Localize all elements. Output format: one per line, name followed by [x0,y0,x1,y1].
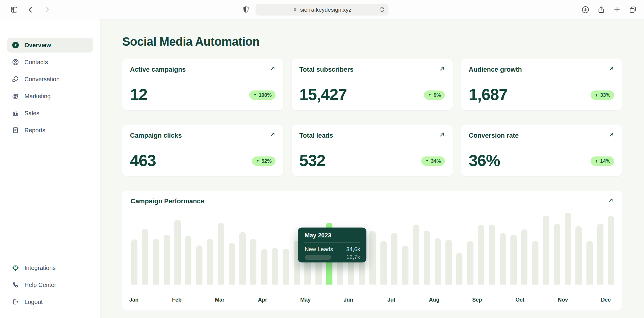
chart-bar[interactable] [467,241,473,285]
arrow-up-right-icon[interactable] [439,65,445,72]
lock-icon [292,7,297,12]
chart-bar[interactable] [196,245,202,285]
arrow-up-right-icon[interactable] [439,131,445,138]
sidebar-item-conversation[interactable]: Conversation [7,72,93,87]
sidebar-item-logout[interactable]: Logout [7,294,93,309]
chart-bar[interactable] [391,233,397,285]
stat-change-badge: 33% [591,90,614,100]
chart-bar[interactable] [174,220,181,285]
chart-bar[interactable] [575,226,582,285]
sidebar-item-label: Marketing [24,93,51,100]
chart-bar[interactable] [153,239,159,285]
chart-bar[interactable] [207,239,213,285]
stat-change-value: 34% [431,158,441,164]
x-axis-label: Nov [558,297,568,303]
sidebar-item-label: Integrations [24,265,56,271]
sidebar-item-sales[interactable]: Sales [7,106,93,121]
chart-bar[interactable] [164,235,170,285]
arrow-up-icon [256,159,260,163]
logout-icon [12,298,19,305]
chart-bar[interactable] [250,239,256,285]
chart-bar[interactable] [283,249,289,285]
tooltip-title: May 2023 [305,232,331,239]
stat-change-badge: 14% [591,156,614,166]
stat-card-value: 1,687 [469,85,507,104]
stat-card-audience-growth: Audience growth1,68733% [461,59,622,110]
chart-bar[interactable] [608,216,614,285]
chart-bar[interactable] [229,243,235,285]
sidebar-item-reports[interactable]: Reports [7,123,93,138]
back-icon[interactable] [27,6,35,14]
sidebar-item-help-center[interactable]: Help Center [7,277,93,292]
chart-bar[interactable] [478,225,484,285]
chart-bar[interactable] [131,239,137,285]
tabs-overview-icon[interactable] [629,6,637,14]
chart-bar[interactable] [597,224,603,285]
arrow-up-right-icon[interactable] [608,65,615,72]
chart-bar[interactable] [218,223,224,285]
chart-bar[interactable] [456,253,462,285]
arrow-up-right-icon[interactable] [607,197,614,204]
stat-card-total-subscribers: Total subscribers15,4279% [292,59,453,110]
forward-icon[interactable] [43,6,51,14]
chart-bar[interactable] [543,216,549,285]
page-title: Social Media Automation [122,35,259,48]
chart-bar[interactable] [424,231,430,285]
stat-card-active-campaigns: Active campaigns12100% [122,59,283,110]
tooltip-value-secondary: 12,7k [346,254,360,260]
chart-bar[interactable] [369,231,376,285]
arrow-up-icon [425,159,429,163]
sidebar-item-contacts[interactable]: Contacts [7,55,93,70]
chart-bar[interactable] [500,233,506,285]
chart-bar[interactable] [261,249,267,285]
chart-bar[interactable] [185,236,191,285]
chart-bar[interactable] [521,229,527,285]
chart-bar[interactable] [435,238,441,285]
chart-bar[interactable] [532,241,538,285]
stat-card-title: Active campaigns [130,66,186,73]
reload-icon[interactable] [378,6,385,13]
x-axis-label: Sep [472,297,482,303]
sidebar-item-label: Overview [24,42,51,49]
sidebar-item-label: Logout [24,299,43,305]
stat-change-value: 9% [434,92,441,98]
arrow-up-icon [595,159,598,163]
bar-chart-icon [12,110,19,117]
chart-bar[interactable] [272,248,278,285]
arrow-up-right-icon[interactable] [269,131,276,138]
chart-bar[interactable] [554,224,560,285]
user-circle-icon [12,59,19,66]
sidebar-toggle-icon[interactable] [10,6,18,14]
chart-bar[interactable] [413,225,419,285]
sidebar-item-integrations[interactable]: Integrations [7,260,93,275]
chart-bar[interactable] [445,240,452,285]
chart-bar[interactable] [565,213,571,285]
share-icon[interactable] [597,6,605,14]
arrow-up-right-icon[interactable] [269,65,276,72]
tooltip-divider [304,242,360,243]
new-tab-icon[interactable] [613,6,621,14]
chart-bar[interactable] [586,241,593,285]
sidebar-item-overview[interactable]: Overview [7,38,93,53]
stat-change-value: 52% [261,158,272,164]
address-bar[interactable]: sierra.keydesign.xyz [256,4,388,16]
stat-card-value: 532 [299,151,325,170]
chart-bar[interactable] [510,235,517,285]
chart-bar[interactable] [402,246,408,285]
arrow-up-icon [595,93,598,97]
chart-bar[interactable] [380,241,387,285]
x-axis-label: Oct [515,297,524,303]
download-icon[interactable] [581,6,589,14]
arrow-up-right-icon[interactable] [608,131,615,138]
stat-card-title: Total subscribers [299,66,354,73]
chart-bar[interactable] [239,232,246,285]
tooltip-value-primary: 34,6k [346,246,360,253]
chart-bar[interactable] [142,229,148,285]
chart-bar[interactable] [489,225,495,285]
sidebar-item-label: Contacts [24,59,48,66]
target-arrow-icon [12,93,19,100]
shield-icon[interactable] [242,6,250,14]
sidebar-item-marketing[interactable]: Marketing [7,89,93,104]
x-axis-label: Apr [258,297,267,303]
stat-card-total-leads: Total leads53234% [292,125,453,176]
